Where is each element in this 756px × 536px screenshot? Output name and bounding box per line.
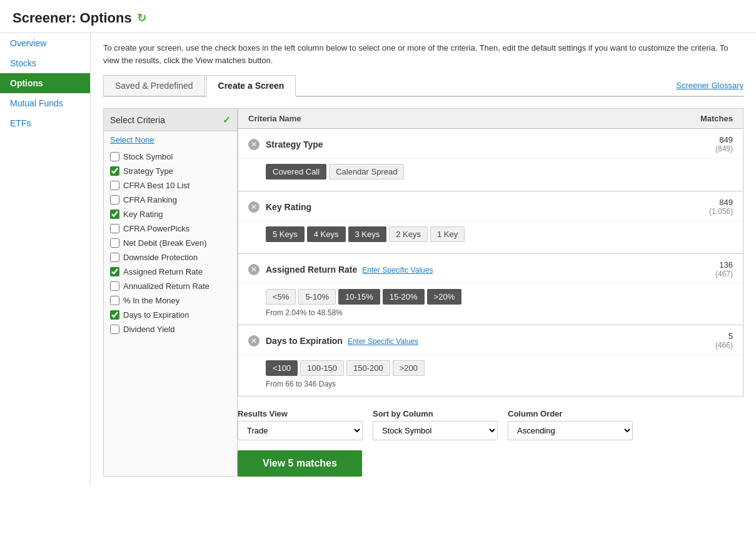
sidebar-item-stocks[interactable]: Stocks (0, 53, 90, 73)
criteria-result-row: ✕Assigned Return RateEnter Specific Valu… (238, 254, 743, 325)
remove-criteria-button[interactable]: ✕ (248, 139, 260, 150)
option-btn-group: <100100-150150-200>200 (266, 360, 733, 376)
remove-criteria-button[interactable]: ✕ (248, 335, 260, 346)
view-matches-button[interactable]: View 5 matches (238, 450, 362, 477)
option-button[interactable]: 150-200 (346, 360, 390, 376)
instructions-text: To create your screen, use the check box… (103, 42, 743, 66)
option-button[interactable]: 15-20% (383, 289, 425, 305)
matches-sub-count: (1,056) (683, 207, 733, 216)
results-table-header: Criteria Name Matches (238, 108, 743, 129)
main-content: To create your screen, use the check box… (91, 33, 756, 485)
criteria-item-net-debit-(break-even)[interactable]: Net Debit (Break Even) (104, 236, 237, 250)
remove-criteria-button[interactable]: ✕ (248, 201, 260, 213)
option-button[interactable]: <5% (266, 289, 296, 305)
column-order-label: Column Order (508, 409, 633, 418)
option-button[interactable]: >200 (393, 360, 425, 376)
option-button[interactable]: 100-150 (300, 360, 344, 376)
sidebar-item-overview[interactable]: Overview (0, 33, 90, 53)
option-btn-group: <5%5-10%10-15%15-20%>20% (266, 289, 733, 305)
enter-specific-values-link[interactable]: Enter Specific Values (362, 266, 433, 275)
tabs-row: Saved & PredefinedCreate a Screen Screen… (103, 75, 743, 97)
criteria-item-cfra-best-10-list[interactable]: CFRA Best 10 List (104, 178, 237, 193)
page-title: Screener: Options ↻ (13, 10, 743, 26)
criteria-row-name: Days to ExpirationEnter Specific Values (266, 336, 683, 346)
results-rows: ✕Strategy Type849(849)Covered CallCalend… (238, 129, 743, 397)
option-button[interactable]: 4 Keys (307, 226, 346, 242)
column-order-select[interactable]: AscendingDescending (508, 421, 633, 440)
matches-main-count: 849 (683, 198, 733, 207)
criteria-item-strategy-type[interactable]: Strategy Type (104, 164, 237, 178)
results-view-group: Results View TradeSummaryDetail (238, 409, 363, 440)
matches-main-count: 136 (683, 260, 733, 270)
criteria-header-label: Select Criteria (110, 115, 165, 125)
option-button[interactable]: 5-10% (298, 289, 336, 305)
criteria-row-name: Key Rating (266, 202, 683, 212)
enter-specific-values-link[interactable]: Enter Specific Values (348, 337, 418, 346)
refresh-icon[interactable]: ↻ (137, 11, 146, 25)
criteria-item-%-in-the-money[interactable]: % In the Money (104, 293, 237, 308)
criteria-row-name: Strategy Type (266, 139, 683, 149)
results-panel: Criteria Name Matches ✕Strategy Type849(… (238, 108, 743, 477)
option-button[interactable]: 3 Keys (348, 226, 387, 242)
option-button[interactable]: Covered Call (266, 164, 326, 180)
column-order-group: Column Order AscendingDescending (508, 409, 633, 440)
select-none-link[interactable]: Select None (104, 131, 237, 147)
sort-by-group: Sort by Column Stock SymbolStrategy Type… (373, 409, 498, 440)
criteria-item-stock-symbol[interactable]: Stock Symbol (104, 149, 237, 164)
criteria-result-row: ✕Key Rating849(1,056)5 Keys4 Keys3 Keys2… (238, 191, 743, 254)
criteria-header: Select Criteria ✓ (104, 109, 237, 131)
criteria-item-dividend-yield[interactable]: Dividend Yield (104, 322, 237, 336)
sidebar-item-options[interactable]: Options (0, 73, 90, 93)
option-button[interactable]: <100 (266, 360, 298, 376)
col-matches-label: Matches (700, 114, 733, 123)
tab-saved-&-predefined[interactable]: Saved & Predefined (103, 75, 205, 96)
criteria-row-name: Assigned Return RateEnter Specific Value… (266, 265, 683, 275)
criteria-list: Stock SymbolStrategy TypeCFRA Best 10 Li… (104, 147, 237, 339)
option-button[interactable]: Calendar Spread (329, 164, 404, 180)
range-text: From 66 to 346 Days (266, 380, 733, 388)
option-button[interactable]: >20% (427, 289, 462, 305)
criteria-item-downside-protection[interactable]: Downside Protection (104, 250, 237, 265)
tab-create-a-screen[interactable]: Create a Screen (206, 75, 296, 97)
sort-by-select[interactable]: Stock SymbolStrategy TypeKey RatingAssig… (373, 421, 498, 440)
criteria-item-key-rating[interactable]: Key Rating (104, 207, 237, 221)
option-button[interactable]: 10-15% (338, 289, 380, 305)
matches-sub-count: (466) (683, 341, 733, 350)
matches-main-count: 849 (683, 135, 733, 144)
criteria-item-days-to-expiration[interactable]: Days to Expiration (104, 308, 237, 322)
screener-body: Select Criteria ✓ Select None Stock Symb… (103, 108, 743, 477)
sidebar-item-mutual-funds[interactable]: Mutual Funds (0, 93, 90, 113)
nav-sidebar: OverviewStocksOptionsMutual FundsETFs (0, 33, 91, 485)
range-text: From 2.04% to 48.58% (266, 308, 733, 317)
option-btn-group: Covered CallCalendar Spread (266, 164, 733, 180)
option-button[interactable]: 2 Keys (389, 226, 428, 242)
criteria-item-assigned-return-rate[interactable]: Assigned Return Rate (104, 265, 237, 279)
chevron-down-icon: ✓ (223, 114, 231, 126)
bottom-controls: Results View TradeSummaryDetail Sort by … (238, 409, 743, 440)
results-view-label: Results View (238, 409, 363, 418)
criteria-result-row: ✕Days to ExpirationEnter Specific Values… (238, 325, 743, 397)
criteria-item-cfra-powerpicks[interactable]: CFRA PowerPicks (104, 221, 237, 236)
criteria-item-annualized-return-rate[interactable]: Annualized Return Rate (104, 279, 237, 293)
sort-by-label: Sort by Column (373, 409, 498, 418)
criteria-item-cfra-ranking[interactable]: CFRA Ranking (104, 193, 237, 207)
option-button[interactable]: 5 Keys (266, 226, 305, 242)
remove-criteria-button[interactable]: ✕ (248, 264, 260, 275)
option-button[interactable]: 1 Key (430, 226, 465, 242)
matches-main-count: 5 (683, 331, 733, 341)
option-btn-group: 5 Keys4 Keys3 Keys2 Keys1 Key (266, 226, 733, 242)
matches-sub-count: (849) (683, 144, 733, 153)
results-view-select[interactable]: TradeSummaryDetail (238, 421, 363, 440)
criteria-panel: Select Criteria ✓ Select None Stock Symb… (103, 108, 238, 477)
matches-sub-count: (467) (683, 270, 733, 278)
criteria-result-row: ✕Strategy Type849(849)Covered CallCalend… (238, 129, 743, 191)
sidebar-item-etfs[interactable]: ETFs (0, 113, 90, 133)
screener-glossary-link[interactable]: Screener Glossary (676, 81, 743, 90)
col-criteria-label: Criteria Name (248, 114, 301, 123)
